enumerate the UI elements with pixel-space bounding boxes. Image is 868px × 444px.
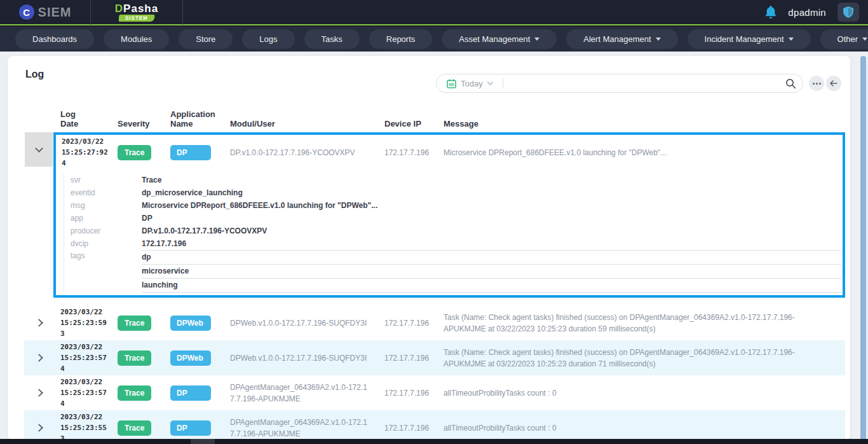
nav-label: Logs [259, 34, 277, 44]
nav-alert-management[interactable]: Alert Management [566, 29, 677, 49]
search-icon[interactable] [785, 78, 796, 89]
device-ip-cell: 172.17.7.196 [377, 387, 437, 399]
nav-reports[interactable]: Reports [369, 29, 433, 49]
horizontal-scrollbar-thumb[interactable] [191, 439, 215, 444]
tag-item: launching [142, 279, 841, 293]
chevron-right-icon [35, 389, 43, 397]
detail-key: msg [71, 201, 142, 210]
tag-item: dp [142, 251, 841, 265]
table-header: Log Date Severity Application Name Modul… [24, 109, 845, 128]
chevron-down-icon[interactable] [487, 80, 493, 86]
expander-cell [24, 132, 53, 298]
detail-row: dvcip172.17.7.196 [71, 237, 843, 250]
caret-down-icon [656, 38, 661, 41]
page-title: Log [25, 69, 44, 80]
expand-button[interactable] [24, 355, 53, 361]
main-nav: Dashboards Modules Store Logs Tasks Repo… [0, 27, 868, 52]
siem-logo: C SIEM [0, 4, 90, 20]
tag-item: microservice [142, 265, 841, 279]
search-input[interactable] [511, 75, 785, 92]
notification-bell-icon[interactable] [765, 6, 776, 18]
header-divider [182, 0, 183, 25]
detail-row-tags: tags dp microservice launching [71, 250, 843, 293]
nav-label: Modules [121, 34, 152, 44]
detail-row: svrTrace [71, 174, 843, 186]
chevron-right-icon [35, 354, 43, 362]
nav-label: Tasks [322, 34, 342, 44]
detail-value: DP.v1.0.0-172.17.7.196-YCOOVXPV [142, 226, 267, 235]
column-header-application-name: Application Name [163, 109, 223, 128]
dpasha-sistem-badge: SISTEM [119, 15, 155, 22]
severity-badge: Trace [118, 350, 151, 366]
back-button[interactable] [826, 76, 841, 91]
nav-label: Incident Management [705, 34, 784, 44]
nav-modules[interactable]: Modules [104, 29, 169, 49]
nav-label: Asset Management [459, 34, 530, 44]
detail-key: tags [71, 250, 142, 260]
dpasha-logo: DPasha SISTEM [91, 3, 182, 22]
nav-incident-management[interactable]: Incident Management [688, 29, 811, 49]
detail-value: dp_microservice_launching [142, 188, 243, 197]
chevron-down-icon [35, 144, 43, 153]
profile-shield-button[interactable] [837, 3, 859, 22]
nav-other[interactable]: Other [820, 29, 868, 49]
log-date-cell: 2023/03/22 15:25:23:593 [60, 305, 109, 340]
chevron-right-icon [35, 424, 43, 432]
log-date-cell: 2023/03/22 15:25:27:924 [62, 135, 110, 170]
modul-user-cell: DPWeb.v1.0.0-172.17.7.196-SUQFDY3I [223, 352, 377, 364]
expand-button[interactable] [24, 425, 53, 431]
app-badge: DP [170, 145, 211, 160]
page-background: Log Today [0, 52, 868, 444]
caret-down-icon [534, 38, 539, 41]
nav-dashboards[interactable]: Dashboards [15, 29, 94, 49]
top-header: C SIEM DPasha SISTEM dpadmin [0, 0, 868, 25]
expand-button[interactable] [24, 320, 53, 326]
dpasha-logo-d: D [115, 3, 123, 15]
log-row[interactable]: 2023/03/22 15:25:23:593 Trace DPWeb DPWe… [24, 305, 845, 340]
nav-label: Dashboards [32, 34, 77, 44]
detail-row: producerDP.v1.0.0-172.17.7.196-YCOOVXPV [71, 225, 843, 237]
row-gap [24, 298, 845, 305]
severity-badge: Trace [118, 145, 151, 160]
log-row[interactable]: 2023/03/22 15:25:23:574 Trace DPWeb DPWe… [24, 340, 845, 375]
detail-value: 172.17.7.196 [142, 239, 186, 248]
nav-store[interactable]: Store [179, 29, 233, 49]
severity-badge: Trace [118, 420, 151, 436]
selected-log-detail-box: 2023/03/22 15:25:27:924 Trace DP DP.v1.0… [53, 132, 845, 298]
detail-value: Trace [142, 176, 161, 184]
nav-label: Reports [386, 34, 416, 44]
log-detail-list: svrTrace eventiddp_microservice_launchin… [64, 174, 843, 293]
nav-label: Store [196, 34, 215, 44]
message-cell: allTimeoutProbilityTasks count : 0 [437, 387, 845, 399]
toolbar-divider [503, 78, 503, 88]
vertical-scrollbar[interactable] [860, 56, 866, 440]
dpasha-logo-text: DPasha [115, 3, 158, 14]
column-header-modul-user: Modul/User [223, 119, 377, 128]
log-row-main[interactable]: 2023/03/22 15:25:27:924 Trace DP DP.v1.0… [56, 135, 843, 170]
modul-user-cell: DPAgentManager_064369A2.v1.0-172.17.7.19… [223, 382, 377, 405]
caret-down-icon [789, 38, 794, 41]
nav-logs[interactable]: Logs [242, 29, 294, 49]
nav-tasks[interactable]: Tasks [304, 29, 360, 49]
detail-row: eventiddp_microservice_launching [71, 186, 843, 199]
modul-user-cell: DPAgentManager_064369A2.v1.0-172.17.7.19… [223, 417, 377, 440]
column-header-device-ip: Device IP [377, 119, 437, 128]
date-filter-label[interactable]: Today [461, 79, 483, 88]
nav-label: Other [837, 34, 858, 44]
column-header-severity: Severity [111, 119, 163, 128]
app-badge: DPWeb [170, 350, 211, 366]
column-header-message: Message [437, 119, 845, 128]
expand-button[interactable] [24, 390, 53, 396]
log-row[interactable]: 2023/03/22 15:25:23:574 Trace DP DPAgent… [24, 375, 845, 410]
log-row[interactable]: 2023/03/22 15:25:23:553 Trace DP DPAgent… [24, 410, 845, 440]
detail-row: msgMicroservice DPReport_686DFEEE.v1.0 l… [71, 199, 843, 212]
collapse-button[interactable] [25, 132, 53, 167]
device-ip-cell: 172.17.7.196 [377, 317, 437, 329]
modul-user-cell: DP.v1.0.0-172.17.7.196-YCOOVXPV [224, 147, 379, 158]
arrow-left-icon [830, 80, 837, 87]
message-cell: Task (Name: Check agent tasks) finished … [437, 347, 845, 370]
app-badge: DP [170, 385, 211, 401]
nav-asset-management[interactable]: Asset Management [442, 29, 557, 49]
more-options-button[interactable] [809, 76, 824, 91]
caret-down-icon [862, 38, 867, 41]
